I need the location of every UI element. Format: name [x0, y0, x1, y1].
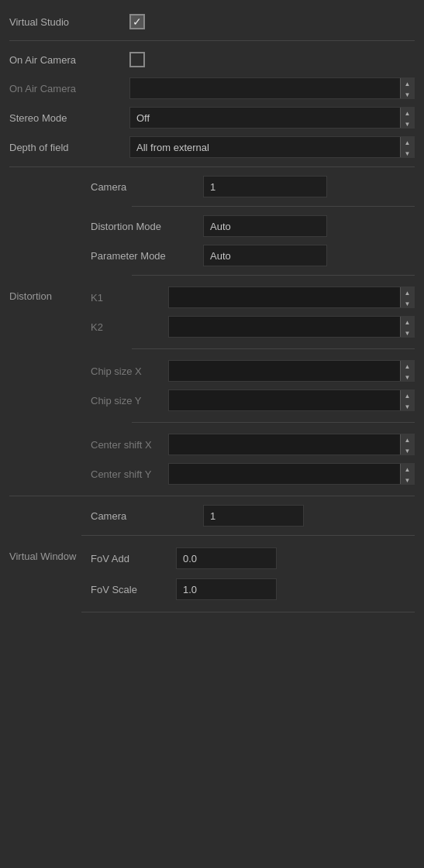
divider-7: [9, 496, 415, 496]
depth-of-field-input[interactable]: [130, 137, 400, 157]
spin-up[interactable]: ▲: [401, 361, 414, 372]
spin-down[interactable]: ▼: [401, 475, 414, 485]
k2-row: K2 ▲ ▼: [91, 314, 415, 340]
divider-9: [81, 612, 415, 612]
on-air-camera-label: On Air Camera: [9, 54, 129, 66]
fov-add-row: FoV Add ▲ ▼: [91, 544, 415, 572]
virtual-window-camera-input[interactable]: [204, 506, 304, 526]
chip-size-x-spin-btns[interactable]: ▲ ▼: [400, 361, 414, 382]
stereo-mode-input[interactable]: [130, 108, 400, 128]
center-shift-content: Center shift X ▲ ▼ Center shift Y ▲ ▼: [91, 431, 415, 487]
distortion-section-label: Distortion: [9, 284, 91, 302]
spin-up[interactable]: ▲: [401, 390, 414, 401]
k2-spin-btns[interactable]: ▲ ▼: [400, 317, 414, 338]
camera-label-1: Camera: [91, 181, 203, 193]
fov-scale-input[interactable]: [177, 579, 277, 599]
divider-4: [132, 275, 415, 276]
spin-up[interactable]: ▲: [401, 108, 414, 118]
virtual-studio-checkbox[interactable]: ✓: [129, 14, 145, 29]
parameter-mode-input[interactable]: [204, 245, 327, 266]
depth-of-field-label: Depth of field: [9, 142, 129, 153]
fov-scale-row: FoV Scale ▲ ▼: [91, 575, 415, 603]
spin-down[interactable]: ▼: [401, 401, 414, 411]
fov-add-label: FoV Add: [91, 553, 176, 564]
spin-down[interactable]: ▼: [401, 89, 414, 99]
distortion-camera-input[interactable]: [204, 177, 327, 197]
fov-add-spinner[interactable]: ▲ ▼: [176, 547, 277, 569]
virtual-window-camera-label: Camera: [91, 510, 203, 522]
center-shift-rows: Center shift X ▲ ▼ Center shift Y ▲ ▼: [0, 427, 424, 491]
virtual-studio-label: Virtual Studio: [9, 16, 129, 28]
stereo-mode-dropdown[interactable]: ▲ ▼: [129, 107, 415, 129]
spin-up[interactable]: ▲: [401, 434, 414, 445]
spin-down[interactable]: ▼: [401, 372, 414, 382]
center-shift-x-row: Center shift X ▲ ▼: [91, 431, 415, 458]
center-shift-y-spin-btns[interactable]: ▲ ▼: [400, 464, 414, 485]
on-air-camera-checkbox[interactable]: [129, 52, 145, 67]
chip-size-y-label: Chip size Y: [91, 395, 168, 407]
virtual-studio-row: Virtual Studio ✓: [0, 8, 424, 36]
virtual-window-section-label: Virtual Window: [9, 544, 91, 562]
spin-up[interactable]: ▲: [401, 464, 414, 475]
k1-row: K1 ▲ ▼: [91, 284, 415, 310]
parameter-mode-label: Parameter Mode: [91, 250, 203, 262]
k1-spinner[interactable]: ▲ ▼: [168, 286, 415, 308]
fov-add-input[interactable]: [177, 548, 277, 568]
spin-down[interactable]: ▼: [401, 148, 414, 158]
divider-6: [132, 422, 415, 423]
virtual-window-content: FoV Add ▲ ▼ FoV Scale ▲ ▼: [91, 544, 415, 603]
distortion-mode-dropdown[interactable]: ▲ ▼: [203, 215, 327, 237]
chip-size-x-label: Chip size X: [91, 365, 168, 377]
distortion-mode-input[interactable]: [204, 216, 327, 236]
chip-size-content: Chip size X ▲ ▼ Chip size Y ▲ ▼: [91, 358, 415, 413]
spin-up[interactable]: ▲: [401, 287, 414, 298]
chip-size-y-spin-btns[interactable]: ▲ ▼: [400, 390, 414, 411]
distortion-camera-dropdown[interactable]: ▲ ▼: [203, 176, 327, 197]
divider-2: [9, 166, 415, 167]
stereo-mode-row: Stereo Mode ▲ ▼: [0, 103, 424, 132]
fov-scale-label: FoV Scale: [91, 584, 176, 595]
virtual-window-rows: Virtual Window FoV Add ▲ ▼ FoV Scale ▲: [0, 540, 424, 607]
k2-spinner[interactable]: ▲ ▼: [168, 316, 415, 338]
divider-5: [132, 348, 415, 349]
on-air-camera-select-row: On Air Camera ▲ ▼: [0, 74, 424, 103]
depth-of-field-row: Depth of field ▲ ▼: [0, 132, 424, 162]
on-air-camera-dropdown[interactable]: ▲ ▼: [129, 77, 415, 99]
chip-size-x-row: Chip size X ▲ ▼: [91, 358, 415, 384]
k1-label: K1: [91, 292, 168, 304]
divider-3: [132, 206, 415, 207]
spin-up[interactable]: ▲: [401, 317, 414, 328]
divider-1: [9, 40, 415, 41]
center-shift-x-label: Center shift X: [91, 439, 168, 451]
spin-down[interactable]: ▼: [401, 445, 414, 455]
on-air-camera-dropdown-label: On Air Camera: [9, 83, 129, 94]
distortion-camera-row: Camera ▲ ▼: [0, 172, 424, 201]
spin-up[interactable]: ▲: [401, 137, 414, 148]
spin-down[interactable]: ▼: [401, 298, 414, 308]
stereo-mode-label: Stereo Mode: [9, 112, 129, 124]
k2-label: K2: [91, 321, 168, 333]
divider-8: [81, 535, 415, 536]
chip-size-y-spinner[interactable]: ▲ ▼: [168, 389, 415, 411]
chip-size-rows: Chip size X ▲ ▼ Chip size Y ▲ ▼: [0, 354, 424, 417]
center-shift-y-row: Center shift Y ▲ ▼: [91, 461, 415, 487]
distortion-k-rows: Distortion K1 ▲ ▼ K2 ▲: [0, 280, 424, 344]
center-shift-x-spin-btns[interactable]: ▲ ▼: [400, 434, 414, 455]
distortion-mode-label: Distortion Mode: [91, 221, 203, 232]
spin-up[interactable]: ▲: [401, 78, 414, 89]
depth-of-field-dropdown[interactable]: ▲ ▼: [129, 136, 415, 158]
spin-down[interactable]: ▼: [401, 328, 414, 338]
depth-of-field-spinner[interactable]: ▲ ▼: [400, 137, 414, 158]
center-shift-y-label: Center shift Y: [91, 468, 168, 480]
parameter-mode-row: Parameter Mode ▲ ▼: [0, 241, 424, 270]
parameter-mode-dropdown[interactable]: ▲ ▼: [203, 245, 327, 266]
center-shift-x-spinner[interactable]: ▲ ▼: [168, 434, 415, 455]
virtual-window-camera-dropdown[interactable]: ▲ ▼: [203, 505, 304, 527]
chip-size-x-spinner[interactable]: ▲ ▼: [168, 360, 415, 382]
fov-scale-spinner[interactable]: ▲ ▼: [176, 578, 277, 600]
k1-spin-btns[interactable]: ▲ ▼: [400, 287, 414, 308]
center-shift-y-spinner[interactable]: ▲ ▼: [168, 463, 415, 485]
on-air-camera-spinner[interactable]: ▲ ▼: [400, 78, 414, 99]
stereo-mode-spinner[interactable]: ▲ ▼: [400, 108, 414, 129]
spin-down[interactable]: ▼: [401, 118, 414, 129]
